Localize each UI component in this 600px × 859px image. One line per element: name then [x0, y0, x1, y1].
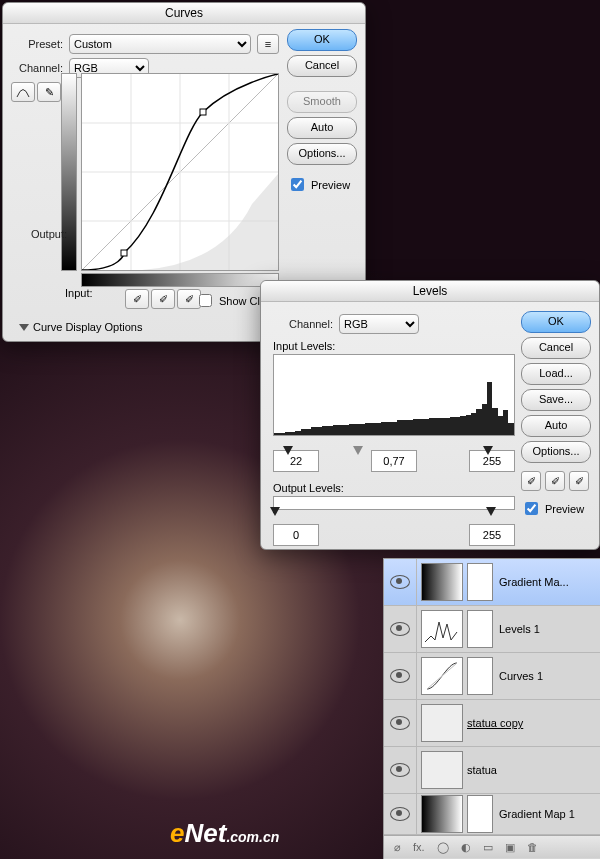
curve-grid[interactable] [81, 73, 279, 271]
layer-mask [467, 563, 493, 601]
pencil-icon[interactable]: ✎ [37, 82, 61, 102]
layer-name[interactable]: Levels 1 [499, 623, 540, 635]
curve-display-disclosure[interactable]: Curve Display Options [19, 321, 142, 333]
curves-smooth-button: Smooth [287, 91, 357, 113]
curves-preview-checkbox[interactable]: Preview [287, 175, 357, 194]
triangle-down-icon [19, 324, 29, 331]
svg-line-9 [427, 663, 457, 689]
shadow-input[interactable] [273, 450, 319, 472]
adjustment-icon[interactable]: ◐ [461, 841, 471, 854]
curves-auto-button[interactable]: Auto [287, 117, 357, 139]
layer-thumb [421, 657, 463, 695]
svg-rect-7 [121, 250, 127, 256]
out-highlight-slider[interactable] [486, 507, 496, 516]
midtone-input[interactable] [371, 450, 417, 472]
eye-icon [390, 622, 410, 636]
curves-options-button[interactable]: Options... [287, 143, 357, 165]
layer-thumb [421, 610, 463, 648]
layer-thumb [421, 795, 463, 833]
curves-title: Curves [3, 3, 365, 24]
curves-ok-button[interactable]: OK [287, 29, 357, 51]
link-icon[interactable]: ⌀ [394, 841, 401, 854]
layer-name[interactable]: Gradient Map 1 [499, 808, 575, 820]
trash-icon[interactable]: 🗑 [527, 841, 538, 853]
visibility-toggle[interactable] [384, 747, 417, 793]
eyedropper-black-icon[interactable]: ✐ [521, 471, 541, 491]
curve-path [82, 74, 278, 270]
layer-name[interactable]: statua copy [467, 717, 523, 729]
layer-row[interactable]: Levels 1 [384, 606, 600, 653]
visibility-toggle[interactable] [384, 559, 417, 605]
eyedropper-gray-icon[interactable]: ✐ [545, 471, 565, 491]
layer-row[interactable]: Gradient Ma... [384, 559, 600, 606]
eye-icon [390, 575, 410, 589]
levels-title: Levels [261, 281, 599, 302]
output-label: Output: [15, 228, 67, 240]
layer-mask [467, 795, 493, 833]
levels-preview-checkbox[interactable]: Preview [521, 499, 591, 518]
eyedropper-gray-icon[interactable]: ✐ [151, 289, 175, 309]
levels-cancel-button[interactable]: Cancel [521, 337, 591, 359]
levels-channel-label: Channel: [273, 318, 333, 330]
out-highlight-input[interactable] [469, 524, 515, 546]
output-ramp [61, 73, 77, 271]
layer-mask [467, 610, 493, 648]
levels-ok-button[interactable]: OK [521, 311, 591, 333]
watermark: eNet.com.cn [170, 818, 279, 849]
levels-channel-select[interactable]: RGB [339, 314, 419, 334]
layer-name[interactable]: Curves 1 [499, 670, 543, 682]
levels-save-button[interactable]: Save... [521, 389, 591, 411]
eye-icon [390, 669, 410, 683]
midtone-slider[interactable] [353, 446, 363, 455]
layer-row[interactable]: Gradient Map 1 [384, 794, 600, 835]
layer-row[interactable]: statua [384, 747, 600, 794]
visibility-toggle[interactable] [384, 794, 417, 834]
layer-thumb [421, 751, 463, 789]
levels-options-button[interactable]: Options... [521, 441, 591, 463]
histogram [273, 354, 515, 436]
svg-rect-8 [200, 109, 206, 115]
layer-thumb [421, 704, 463, 742]
out-shadow-slider[interactable] [270, 507, 280, 516]
levels-auto-button[interactable]: Auto [521, 415, 591, 437]
fx-icon[interactable]: fx. [413, 841, 425, 853]
eye-icon [390, 763, 410, 777]
visibility-toggle[interactable] [384, 606, 417, 652]
eye-icon [390, 716, 410, 730]
visibility-toggle[interactable] [384, 700, 417, 746]
eye-icon [390, 807, 410, 821]
eyedropper-white-icon[interactable]: ✐ [569, 471, 589, 491]
preset-label: Preset: [11, 38, 63, 50]
mask-icon[interactable]: ◯ [437, 841, 449, 854]
folder-icon[interactable]: ▭ [483, 841, 493, 854]
panel-footer: ⌀ fx. ◯ ◐ ▭ ▣ 🗑 [384, 835, 600, 858]
layer-row[interactable]: Curves 1 [384, 653, 600, 700]
layer-name[interactable]: statua [467, 764, 497, 776]
new-layer-icon[interactable]: ▣ [505, 841, 515, 854]
preset-select[interactable]: Custom [69, 34, 251, 54]
curves-cancel-button[interactable]: Cancel [287, 55, 357, 77]
levels-load-button[interactable]: Load... [521, 363, 591, 385]
shadow-slider[interactable] [283, 446, 293, 455]
layer-mask [467, 657, 493, 695]
eyedropper-black-icon[interactable]: ✐ [125, 289, 149, 309]
preset-menu-icon[interactable]: ≡ [257, 34, 279, 54]
channel-label: Channel: [11, 62, 63, 74]
curve-draw-icon[interactable] [11, 82, 35, 102]
input-label: Input: [65, 287, 93, 299]
output-levels-label: Output Levels: [273, 482, 515, 494]
output-ramp[interactable] [273, 496, 515, 510]
input-ramp [81, 273, 279, 287]
layers-panel: Gradient Ma... Levels 1 Curves 1 statua … [383, 558, 600, 859]
input-levels-label: Input Levels: [273, 340, 515, 352]
out-shadow-input[interactable] [273, 524, 319, 546]
layer-name[interactable]: Gradient Ma... [499, 576, 569, 588]
levels-dialog: Levels Channel: RGB Input Levels: Output… [260, 280, 600, 550]
layer-thumb [421, 563, 463, 601]
visibility-toggle[interactable] [384, 653, 417, 699]
layer-row[interactable]: statua copy [384, 700, 600, 747]
highlight-slider[interactable] [483, 446, 493, 455]
